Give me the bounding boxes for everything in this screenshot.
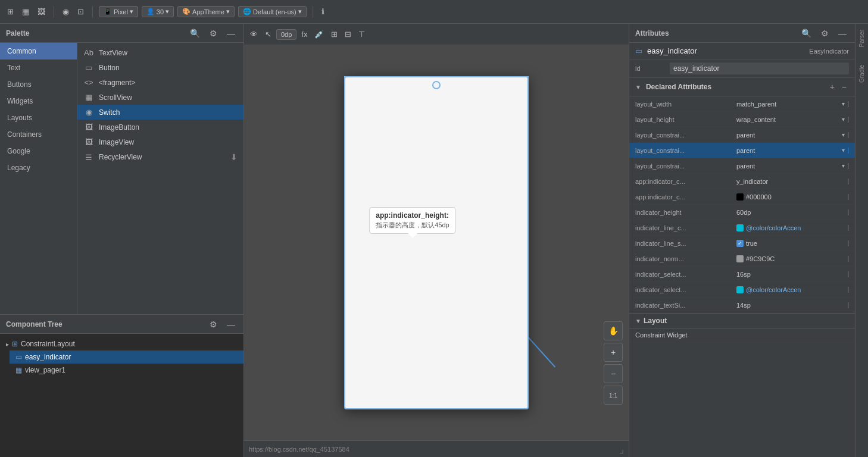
attributes-settings-button[interactable]: ⚙	[819, 27, 831, 39]
tree-content: ▸ ⊞ ConstraintLayout ▭ easy_indicator ▦ …	[0, 334, 243, 457]
constraint-3-dropdown[interactable]: ▾	[841, 162, 846, 169]
api-selector[interactable]: 👤 30 ▾	[142, 6, 174, 17]
palette-item-imageview[interactable]: 🖼 ImageView	[77, 134, 243, 149]
layout-width-dropdown[interactable]: ▾	[841, 101, 846, 107]
component-tree-title: Component Tree	[6, 320, 202, 328]
constraintlayout-icon: ⊞	[12, 340, 18, 348]
canvas-area: app:indicator_height: 指示器的高度，默认45dp ✋ + …	[244, 45, 629, 440]
zoom-out-button[interactable]: −	[604, 364, 623, 383]
design-view-button[interactable]: ◉	[60, 6, 71, 17]
attr-row-layout-width[interactable]: layout_width match_parent ▾ |	[629, 96, 855, 112]
attr-row-indicator-textsize[interactable]: indicator_textSi... 14sp |	[629, 298, 855, 313]
attr-row-indicator-c1[interactable]: app:indicator_c... y_indicator |	[629, 174, 855, 189]
fx-button[interactable]: fx	[299, 29, 310, 40]
eye-button[interactable]: 👁	[248, 29, 260, 40]
palette-item-button[interactable]: ▭ Button	[77, 60, 243, 75]
palette-item-switch[interactable]: ◉ Switch	[77, 105, 243, 120]
attr-row-constraint-1[interactable]: layout_constrai... parent ▾ |	[629, 127, 855, 143]
tree-settings-button[interactable]: ⚙	[207, 318, 220, 330]
dp-value-pill[interactable]: 0dp	[276, 29, 296, 40]
canvas-panel: 👁 ↖ 0dp fx 💉 ⊞ ⊟ ⊤ app	[244, 24, 629, 457]
sidebar-item-containers[interactable]: Containers	[0, 126, 77, 143]
sidebar-item-buttons[interactable]: Buttons	[0, 76, 77, 93]
zoom-in-button[interactable]: +	[604, 343, 623, 362]
attr-row-indicator-select-color[interactable]: indicator_select... @color/colorAccen |	[629, 282, 855, 298]
info-button[interactable]: ℹ	[319, 6, 327, 17]
sidebar-item-google[interactable]: Google	[0, 143, 77, 159]
attr-row-constraint-3[interactable]: layout_constrai... parent ▾ |	[629, 158, 855, 174]
gradle-label[interactable]: Gradle	[858, 65, 865, 83]
attr-row-indicator-c2[interactable]: app:indicator_c... #000000 |	[629, 189, 855, 205]
constraint-2-dropdown[interactable]: ▾	[841, 147, 846, 154]
layout-icon-button[interactable]: ▦	[20, 6, 32, 17]
attr-row-indicator-height[interactable]: indicator_height 60dp |	[629, 205, 855, 220]
palette-title: Palette	[6, 29, 183, 37]
attr-name-indicator-select-color: indicator_select...	[635, 286, 736, 293]
attr-name-indicator-c2: app:indicator_c...	[635, 193, 736, 201]
scrollview-icon: ▦	[83, 93, 94, 102]
recyclerview-icon: ☰	[83, 153, 94, 162]
separator2	[92, 6, 93, 18]
attr-value-indicator-textsize: 14sp	[736, 302, 846, 309]
blueprint-view-button[interactable]: ⊡	[75, 6, 86, 17]
eyedropper-button[interactable]: 💉	[312, 29, 326, 40]
palette-minimize-button[interactable]: —	[224, 27, 238, 39]
constraint-1-dropdown[interactable]: ▾	[841, 132, 846, 138]
tree-item-viewpager[interactable]: ▦ view_pager1	[10, 364, 243, 377]
sidebar-item-legacy[interactable]: Legacy	[0, 159, 77, 176]
sidebar-item-common[interactable]: Common	[0, 43, 77, 60]
palette-panel: Palette 🔍 ⚙ — Common Text Buttons Widget…	[0, 24, 244, 457]
palette-item-fragment[interactable]: <> <fragment>	[77, 75, 243, 90]
palette-item-recyclerview[interactable]: ☰ RecyclerView ⬇	[77, 149, 243, 165]
grid-layout-button[interactable]: ⊞	[329, 29, 340, 40]
swatch-row-1: #000000	[736, 193, 846, 201]
sidebar-item-layouts[interactable]: Layouts	[0, 109, 77, 126]
attributes-title: Attributes	[635, 29, 794, 37]
layout-section-header[interactable]: ▼ Layout	[629, 313, 855, 328]
sidebar-item-text[interactable]: Text	[0, 60, 77, 76]
ratio-button[interactable]: 1:1	[604, 386, 623, 405]
corner-tl	[344, 76, 350, 82]
sidebar-item-widgets[interactable]: Widgets	[0, 93, 77, 109]
attr-value-layout-height: wrap_content	[736, 116, 841, 123]
tree-item-easy-indicator[interactable]: ▭ easy_indicator	[10, 350, 243, 364]
attr-flag-11: |	[847, 255, 849, 262]
image-icon-button[interactable]: 🖼	[35, 6, 48, 17]
attr-value-layout-width: match_parent	[736, 101, 841, 108]
baseline-button[interactable]: ⊤	[356, 29, 367, 40]
theme-selector[interactable]: 🎨 AppTheme ▾	[177, 6, 235, 17]
attr-row-constraint-2[interactable]: layout_constrai... parent ▾ |	[629, 143, 855, 158]
palette-item-scrollview[interactable]: ▦ ScrollView	[77, 90, 243, 105]
cursor-button[interactable]: ↖	[263, 29, 274, 40]
tree-minimize-button[interactable]: —	[224, 318, 238, 330]
palette-item-imagebutton[interactable]: 🖼 ImageButton	[77, 120, 243, 134]
attr-value-indicator-c2: #000000	[746, 193, 846, 201]
easy-indicator-label: easy_indicator	[25, 353, 71, 361]
parser-label[interactable]: Parser	[858, 30, 865, 47]
remove-attr-button[interactable]: −	[839, 81, 849, 93]
theme-chevron: ▾	[226, 8, 230, 15]
id-input[interactable]	[670, 62, 849, 74]
grid-icon-button[interactable]: ⊞	[5, 6, 16, 17]
layout-height-dropdown[interactable]: ▾	[841, 116, 846, 123]
attr-name-constraint-3: layout_constrai...	[635, 162, 736, 170]
locale-selector[interactable]: 🌐 Default (en-us) ▾	[238, 6, 307, 17]
separator1	[54, 6, 54, 18]
attr-row-indicator-line-c[interactable]: indicator_line_c... @color/colorAccen |	[629, 220, 855, 236]
palette-search-button[interactable]: 🔍	[188, 27, 202, 39]
attr-row-indicator-line-s[interactable]: indicator_line_s... ✓ true |	[629, 236, 855, 251]
attr-row-layout-height[interactable]: layout_height wrap_content ▾ |	[629, 112, 855, 127]
hand-tool-button[interactable]: ✋	[604, 321, 623, 340]
attributes-search-button[interactable]: 🔍	[799, 27, 814, 39]
align-button[interactable]: ⊟	[342, 29, 354, 40]
attr-row-indicator-norm[interactable]: indicator_norm... #9C9C9C |	[629, 251, 855, 267]
palette-settings-button[interactable]: ⚙	[207, 27, 220, 39]
pixel-selector[interactable]: 📱 Pixel ▾	[99, 6, 138, 17]
attributes-minimize-button[interactable]: —	[836, 27, 849, 39]
palette-item-textview[interactable]: Ab TextView	[77, 45, 243, 60]
tree-item-constraintlayout[interactable]: ▸ ⊞ ConstraintLayout	[0, 337, 243, 350]
attr-value-indicator-line-s: true	[746, 240, 846, 247]
attr-row-indicator-select-size[interactable]: indicator_select... 16sp |	[629, 267, 855, 282]
add-attr-button[interactable]: +	[828, 81, 837, 93]
component-name: easy_indicator	[647, 46, 804, 55]
